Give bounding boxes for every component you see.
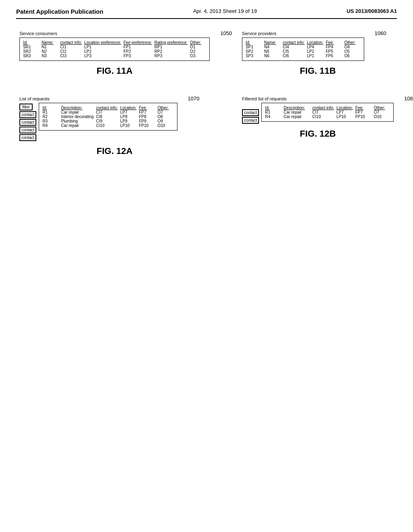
figures-area: Service consumers 1050 Id: SR1 SR2 SR3 bbox=[16, 31, 397, 156]
right-figures: Service providers 1060 Id: SP1 SP2 SP3 bbox=[242, 31, 394, 156]
fig-12b-id-header: Id: bbox=[265, 106, 269, 110]
fig-11a-rating-2: RP2 bbox=[154, 49, 162, 54]
fig-12a-fee-1: FP7 bbox=[139, 110, 146, 114]
fig-12a-desc-2: Interior decorating bbox=[61, 114, 94, 119]
fig-11b-id-2: SP2 bbox=[246, 49, 253, 54]
fig-11a-table: Id: SR1 SR2 SR3 Name: N1 N2 N3 bbox=[19, 37, 210, 61]
fig-12a-id-col: Id: R1 R2 R3 R4 bbox=[42, 106, 58, 128]
fig-11b-fee-3: FP6 bbox=[326, 54, 333, 58]
fig-12a-fee-2: FP8 bbox=[139, 114, 146, 119]
fig-12a-other-3: O9 bbox=[158, 119, 163, 123]
fig-11a-location-header: Location preference: bbox=[84, 40, 121, 45]
fig-11b-location-2: LP2 bbox=[307, 49, 314, 54]
fig-11a-fee-2: FP2 bbox=[123, 49, 131, 54]
fig-12a-id-4: R4 bbox=[42, 123, 48, 128]
fig-12b-contact-btn-1[interactable]: contact bbox=[242, 109, 259, 116]
fig-12a-desc-col: Description: Car repair Interior decorat… bbox=[61, 106, 94, 128]
fig-11b-contact-1: CI4 bbox=[283, 45, 289, 49]
fig-11a-contact-col: contact info: CI1 CI2 CI3 bbox=[60, 40, 82, 58]
fig-12a-contact-header: contact info: bbox=[96, 106, 118, 110]
fig-12a-filter-box[interactable]: filter bbox=[19, 104, 33, 110]
fig-11a-id-1: SR1 bbox=[23, 45, 31, 49]
fig-11a-rating-1: RP1 bbox=[154, 45, 162, 49]
fig-12a-id-3: R3 bbox=[42, 119, 48, 123]
fig-12a-fee-4: FP10 bbox=[139, 123, 149, 128]
fig-11a-id-col: Id: SR1 SR2 SR3 bbox=[23, 40, 39, 58]
fig-12b-contact-btn-2[interactable]: contact bbox=[242, 117, 259, 124]
fig-12b-location-2: LP10 bbox=[336, 114, 346, 119]
fig-12b-ref: 1080 bbox=[404, 96, 413, 102]
fig-11b-ref: 1060 bbox=[375, 30, 386, 36]
fig-12b-fee-col: Fee: FP7 FP10 bbox=[355, 106, 371, 119]
fig-12b-location-col: Location: LP7 LP10 bbox=[336, 106, 353, 119]
fig-11a-name-header: Name: bbox=[42, 40, 53, 45]
fig-12a-other-header: Other: bbox=[158, 106, 169, 110]
fig-12a-location-4: LP10 bbox=[120, 123, 129, 128]
fig-12b-other-col: Other: O7 O10 bbox=[374, 106, 390, 119]
fig-12a-location-2: LP8 bbox=[120, 114, 127, 119]
fig-12a-other-col: Other: O7 O8 O9 O10 bbox=[158, 106, 174, 128]
fig-11a-contact-2: CI2 bbox=[60, 49, 67, 54]
fig-12b-other-header: Other: bbox=[374, 106, 385, 110]
fig-11b-fee-2: FP5 bbox=[326, 49, 333, 54]
fig-11b-title: Service providers bbox=[242, 31, 276, 36]
fig-11a-fee-3: FP3 bbox=[123, 54, 131, 58]
fig-12a-desc-3: Plumbing bbox=[61, 119, 78, 123]
fig-11a-other-header: Other: bbox=[190, 40, 201, 45]
fig-12a-contact-2: CI8 bbox=[96, 114, 102, 119]
fig-11a-location-3: LP3 bbox=[84, 54, 92, 58]
fig-12a-contact-btn-1[interactable]: contact bbox=[19, 111, 36, 118]
fig-12a-location-1: LP7 bbox=[120, 110, 127, 114]
fig-11b-table: Id: SP1 SP2 SP3 Name: N4 N5 N6 bbox=[242, 37, 364, 61]
fig-12a-contact-btn-4[interactable]: contact bbox=[19, 134, 36, 141]
fig-12b-contacts: contact contact bbox=[242, 109, 259, 124]
fig-12a-contacts: contact contact contact contact bbox=[19, 111, 36, 141]
fig-11b-id-1: SP1 bbox=[246, 45, 253, 49]
fig-11b-other-3: O6 bbox=[344, 54, 350, 58]
fig-11a-other-3: O3 bbox=[190, 54, 195, 58]
fig-11b-contact-col: contact info: CI4 CI5 CI6 bbox=[283, 40, 305, 58]
fig-11b-other-1: O4 bbox=[344, 45, 350, 49]
fig-12b-fee-header: Fee: bbox=[355, 106, 363, 110]
fig-11b-contact-header: contact info: bbox=[283, 40, 305, 45]
fig-12a-id-header: Id: bbox=[42, 106, 47, 110]
fig-11b-name-col: Name: N4 N5 N6 bbox=[264, 40, 280, 58]
fig-11b-name-1: N4 bbox=[264, 45, 269, 49]
fig-11b-contact-3: CI6 bbox=[283, 54, 289, 58]
fig-12b-contact-1: CI7 bbox=[312, 110, 319, 114]
fig-11a-name-3: N3 bbox=[42, 54, 47, 58]
fig-12b-fee-1: FP7 bbox=[355, 110, 363, 114]
fig-12a-label: FIG. 12A bbox=[96, 146, 132, 156]
fig-12a-ref: 1070 bbox=[188, 96, 200, 102]
fig-11a-rating-col: Rating preference: RP1 RP2 RP3 bbox=[154, 40, 188, 58]
page-header: Patent Application Publication Apr. 4, 2… bbox=[16, 8, 397, 19]
fig-12a-other-4: O10 bbox=[158, 123, 165, 128]
fig-11b-container: Service providers 1060 Id: SP1 SP2 SP3 bbox=[242, 31, 394, 76]
fig-12b-desc-col: Description: Car repair Car repair bbox=[284, 106, 310, 119]
fig-12a-other-2: O8 bbox=[158, 114, 163, 119]
fig-12a-contact-btn-3[interactable]: contact bbox=[19, 127, 36, 133]
fig-12b-other-1: O7 bbox=[374, 110, 379, 114]
fig-11b-location-header: Location: bbox=[307, 40, 323, 45]
fig-11a-fee-header: Fee preference: bbox=[123, 40, 152, 45]
fig-12a-table: Id: R1 R2 R3 R4 Description: Car repair … bbox=[39, 103, 177, 131]
fig-12a-contact-4: CI10 bbox=[96, 123, 104, 128]
fig-12a-fee-3: FP9 bbox=[139, 119, 146, 123]
fig-12a-desc-header: Description: bbox=[61, 106, 82, 110]
fig-12b-desc-2: Car repair bbox=[284, 114, 301, 119]
fig-12a-container: List of requests 1070 filter contact con… bbox=[19, 96, 210, 156]
fig-12b-other-2: O10 bbox=[374, 114, 382, 119]
fig-12a-location-header: Location: bbox=[120, 106, 137, 110]
fig-12b-table: Id: R1 R4 Description: Car repair Car re… bbox=[261, 103, 394, 122]
fig-12a-contact-btn-2[interactable]: contact bbox=[19, 119, 36, 126]
fig-11a-title: Service consumers bbox=[19, 31, 57, 36]
fig-11b-fee-col: Fee: FP4 FP5 FP6 bbox=[326, 40, 342, 58]
header-patent-number: US 2013/0083063 A1 bbox=[346, 8, 397, 14]
fig-11b-label: FIG. 11B bbox=[300, 66, 336, 76]
fig-11b-other-2: O5 bbox=[344, 49, 350, 54]
fig-11b-location-col: Location: LP4 LP2 LP1 bbox=[307, 40, 323, 58]
fig-11a-location-1: LP1 bbox=[84, 45, 92, 49]
fig-11a-id-3: SR3 bbox=[23, 54, 31, 58]
fig-11a-label: FIG. 11A bbox=[96, 66, 132, 76]
fig-11a-contact-header: contact info: bbox=[60, 40, 82, 45]
